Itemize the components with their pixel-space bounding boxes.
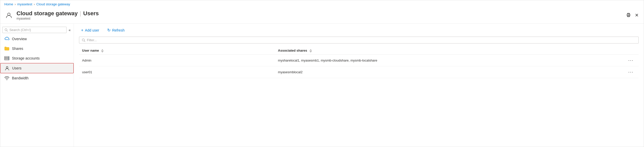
svg-point-14 (7, 80, 7, 80)
col-header-actions (611, 47, 639, 55)
sidebar-item-overview[interactable]: Overview (0, 34, 74, 44)
table-header-row: User name Associated shares (79, 47, 639, 55)
sort-shares-icon[interactable] (309, 49, 312, 52)
breadcrumb-sep-1: › (15, 3, 16, 6)
breadcrumb-resource[interactable]: myasetest (17, 2, 32, 6)
resource-icon (4, 11, 13, 20)
sidebar: « Overview Shares (0, 24, 74, 147)
search-box[interactable] (2, 27, 67, 33)
page-header: Cloud storage gateway | Users myasetest … (0, 8, 644, 24)
toolbar: + Add user ↻ Refresh (79, 27, 639, 34)
col-header-shares: Associated shares (275, 47, 611, 55)
filter-input[interactable] (87, 38, 636, 42)
add-icon: + (81, 28, 83, 33)
breadcrumb-sep-2: › (34, 3, 35, 6)
header-title-group: Cloud storage gateway | Users myasetest (17, 10, 622, 20)
page-title: Cloud storage gateway (17, 10, 78, 17)
sidebar-item-users[interactable]: Users (0, 63, 74, 73)
sidebar-label-bandwidth: Bandwidth (12, 76, 28, 80)
table-row: Admin mysharelocal1, myasesmb1, mysmb-cl… (79, 55, 639, 66)
cloud-icon (4, 36, 9, 41)
header-subtitle: myasetest (17, 17, 622, 20)
col-header-username: User name (79, 47, 275, 55)
collapse-button[interactable]: « (68, 27, 72, 33)
filter-bar[interactable] (79, 37, 639, 43)
cell-actions: ··· (611, 55, 639, 66)
svg-line-16 (84, 41, 85, 41)
sidebar-label-storage-accounts: Storage accounts (12, 56, 40, 60)
svg-point-12 (8, 59, 9, 60)
svg-point-0 (8, 13, 10, 16)
page-name: Users (83, 10, 99, 17)
breadcrumb-current: Cloud storage gateway (36, 2, 70, 6)
sidebar-label-shares: Shares (12, 47, 23, 51)
sidebar-item-bandwidth[interactable]: Bandwidth (0, 73, 74, 83)
sidebar-item-shares[interactable]: Shares (0, 44, 74, 53)
sidebar-label-users: Users (12, 66, 22, 70)
row-more-button[interactable]: ··· (626, 57, 636, 64)
refresh-icon: ↻ (107, 28, 111, 33)
cell-username: user01 (79, 66, 275, 78)
breadcrumb-home[interactable]: Home (4, 2, 13, 6)
breadcrumb: Home › myasetest › Cloud storage gateway (0, 0, 644, 8)
users-table: User name Associated shares (79, 47, 639, 78)
svg-point-11 (8, 58, 9, 58)
close-button[interactable]: ✕ (634, 12, 640, 19)
refresh-label: Refresh (112, 28, 124, 32)
cell-associated-shares: mysharelocal1, myasesmb1, mysmb-cloudsha… (275, 55, 611, 66)
storage-icon (4, 56, 9, 61)
header-actions: ✕ (625, 12, 640, 19)
user-icon (5, 66, 10, 71)
search-icon (5, 28, 8, 32)
cell-username: Admin (79, 55, 275, 66)
svg-line-6 (7, 31, 8, 31)
add-user-button[interactable]: + Add user (79, 27, 101, 34)
main-layout: « Overview Shares (0, 24, 644, 147)
svg-point-4 (629, 14, 630, 15)
svg-point-10 (8, 57, 9, 57)
wifi-icon (4, 76, 9, 81)
refresh-button[interactable]: ↻ Refresh (105, 27, 127, 34)
content-area: + Add user ↻ Refresh (74, 24, 644, 147)
add-user-label: Add user (85, 28, 99, 32)
search-row: « (0, 26, 74, 34)
svg-rect-3 (627, 13, 630, 14)
row-more-button[interactable]: ··· (626, 69, 636, 75)
cell-associated-shares: myasesmblocal2 (275, 66, 611, 78)
sidebar-label-overview: Overview (12, 37, 27, 41)
cell-actions: ··· (611, 66, 639, 78)
search-input[interactable] (9, 28, 64, 32)
sidebar-item-storage-accounts[interactable]: Storage accounts (0, 53, 74, 63)
filter-search-icon (82, 38, 85, 42)
title-separator: | (80, 10, 81, 17)
svg-point-13 (6, 67, 8, 68)
sort-username-icon[interactable] (101, 49, 104, 52)
print-button[interactable] (625, 12, 632, 19)
table-row: user01 myasesmblocal2 ··· (79, 66, 639, 78)
folder-icon (4, 46, 9, 51)
